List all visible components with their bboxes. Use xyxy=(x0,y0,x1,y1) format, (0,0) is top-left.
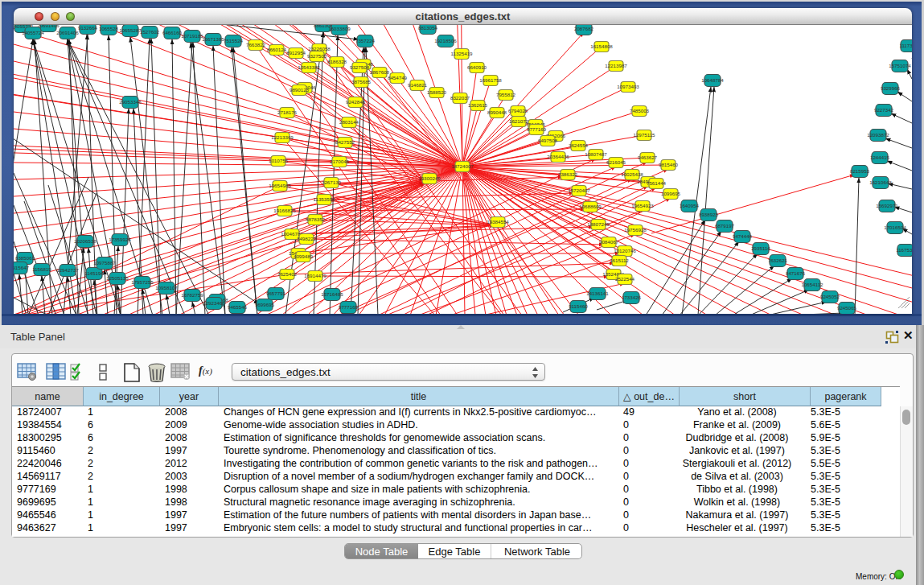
svg-text:17359924: 17359924 xyxy=(109,237,131,242)
svg-text:1117345: 1117345 xyxy=(899,43,912,48)
svg-text:10807487: 10807487 xyxy=(585,151,607,157)
svg-text:7561444: 7561444 xyxy=(647,180,667,186)
svg-text:4099489: 4099489 xyxy=(294,253,314,259)
svg-text:15720407: 15720407 xyxy=(568,187,590,193)
svg-text:2170046: 2170046 xyxy=(330,159,350,164)
svg-text:7663822: 7663822 xyxy=(246,42,266,47)
svg-text:10648784: 10648784 xyxy=(701,77,724,83)
svg-text:9465546: 9465546 xyxy=(228,304,248,310)
svg-text:7632621: 7632621 xyxy=(768,257,788,263)
svg-text:6466160: 6466160 xyxy=(162,30,183,35)
svg-text:8427552: 8427552 xyxy=(335,139,355,145)
svg-text:9327505: 9327505 xyxy=(307,53,327,59)
svg-text:12213987: 12213987 xyxy=(605,63,627,68)
svg-text:19384554: 19384554 xyxy=(487,219,509,225)
svg-text:6216045: 6216045 xyxy=(606,159,626,165)
svg-text:29053346: 29053346 xyxy=(119,99,142,105)
svg-text:9474444: 9474444 xyxy=(733,233,753,239)
svg-text:18724007: 18724007 xyxy=(451,163,474,169)
svg-text:1733426: 1733426 xyxy=(622,295,642,300)
svg-text:9890123: 9890123 xyxy=(290,87,310,93)
svg-text:19654985: 19654985 xyxy=(269,183,291,188)
svg-text:6640910: 6640910 xyxy=(467,64,487,70)
svg-text:12975115: 12975115 xyxy=(633,132,655,138)
svg-text:8660124: 8660124 xyxy=(267,47,287,52)
svg-text:8990448: 8990448 xyxy=(487,109,507,115)
svg-text:6794028: 6794028 xyxy=(508,108,528,113)
svg-text:9242848: 9242848 xyxy=(346,99,366,105)
svg-text:7625402: 7625402 xyxy=(277,271,298,277)
svg-text:1615112: 1615112 xyxy=(610,257,629,263)
svg-text:9815460: 9815460 xyxy=(659,162,679,167)
svg-text:12923468: 12923468 xyxy=(203,300,225,306)
svg-text:1145194: 1145194 xyxy=(84,270,104,276)
svg-text:19166825: 19166825 xyxy=(273,208,296,213)
svg-text:19300245: 19300245 xyxy=(418,175,441,181)
svg-text:1156819: 1156819 xyxy=(32,266,51,272)
svg-text:9227342: 9227342 xyxy=(874,107,894,113)
svg-text:16671385: 16671385 xyxy=(202,36,224,42)
svg-text:19654923: 19654923 xyxy=(631,203,654,208)
svg-text:1065528: 1065528 xyxy=(99,26,119,31)
svg-text:10543382: 10543382 xyxy=(298,64,320,70)
svg-text:14055724: 14055724 xyxy=(22,30,44,35)
svg-text:3875685: 3875685 xyxy=(351,79,372,84)
svg-text:2718176: 2718176 xyxy=(277,109,298,115)
svg-text:3498222: 3498222 xyxy=(297,236,317,241)
svg-text:3267130: 3267130 xyxy=(322,179,342,185)
svg-text:8385061: 8385061 xyxy=(15,255,35,261)
svg-text:18807249: 18807249 xyxy=(587,221,610,227)
svg-text:1527602: 1527602 xyxy=(140,29,160,35)
svg-text:7357224: 7357224 xyxy=(355,38,376,43)
svg-text:9657791: 9657791 xyxy=(266,290,286,296)
svg-text:12505135: 12505135 xyxy=(106,275,129,281)
svg-text:1099695: 1099695 xyxy=(661,191,681,196)
svg-text:14136141: 14136141 xyxy=(586,290,609,296)
svg-text:1167534: 1167534 xyxy=(896,247,912,253)
svg-text:9327508: 9327508 xyxy=(350,64,370,70)
svg-text:2803144: 2803144 xyxy=(339,119,359,125)
svg-text:15751074: 15751074 xyxy=(889,63,911,68)
svg-text:9777169: 9777169 xyxy=(527,126,547,132)
svg-text:20206538: 20206538 xyxy=(74,238,97,244)
svg-text:7955812: 7955812 xyxy=(496,92,516,97)
svg-text:19756928: 19756928 xyxy=(624,227,647,233)
svg-text:7386322: 7386322 xyxy=(558,171,578,177)
svg-text:8215953: 8215953 xyxy=(850,168,870,174)
svg-text:11353594: 11353594 xyxy=(313,196,335,202)
svg-text:10025438: 10025438 xyxy=(621,171,643,177)
svg-text:10120746: 10120746 xyxy=(614,248,636,253)
svg-text:3915647: 3915647 xyxy=(14,265,30,270)
svg-text:2867608: 2867608 xyxy=(370,69,390,75)
svg-text:2087682: 2087682 xyxy=(574,26,594,31)
svg-text:10719185: 10719185 xyxy=(181,33,203,39)
svg-text:19218506: 19218506 xyxy=(434,38,457,43)
svg-text:16782759: 16782759 xyxy=(181,292,203,298)
svg-text:8454749: 8454749 xyxy=(388,75,408,80)
svg-text:10654112: 10654112 xyxy=(801,282,823,287)
svg-text:9115460: 9115460 xyxy=(569,303,588,309)
svg-text:17957255: 17957255 xyxy=(131,279,154,285)
svg-text:9777169: 9777169 xyxy=(339,304,359,310)
svg-text:10973493: 10973493 xyxy=(617,84,639,89)
svg-text:11325419: 11325419 xyxy=(450,51,473,56)
svg-text:16154808: 16154808 xyxy=(590,43,613,49)
svg-text:9699695: 9699695 xyxy=(255,302,275,307)
svg-text:1244415: 1244415 xyxy=(870,154,890,160)
svg-text:8938923: 8938923 xyxy=(699,212,719,217)
svg-text:7485003: 7485003 xyxy=(630,108,650,113)
svg-text:6879197: 6879197 xyxy=(715,223,735,229)
svg-text:16033809: 16033809 xyxy=(328,26,351,31)
svg-text:1010755: 1010755 xyxy=(269,158,289,163)
svg-text:17016504: 17016504 xyxy=(884,225,906,230)
svg-text:12213369: 12213369 xyxy=(271,134,294,140)
svg-text:2935114: 2935114 xyxy=(751,245,770,251)
svg-text:9245052: 9245052 xyxy=(820,294,840,299)
svg-text:5878352: 5878352 xyxy=(306,216,326,222)
svg-text:7515524: 7515524 xyxy=(224,38,244,43)
svg-text:8322037: 8322037 xyxy=(450,95,470,101)
svg-text:16961758: 16961758 xyxy=(479,77,502,83)
svg-text:20364436: 20364436 xyxy=(547,154,569,159)
svg-text:1588520: 1588520 xyxy=(427,89,447,95)
svg-text:6497508: 6497508 xyxy=(538,138,558,143)
